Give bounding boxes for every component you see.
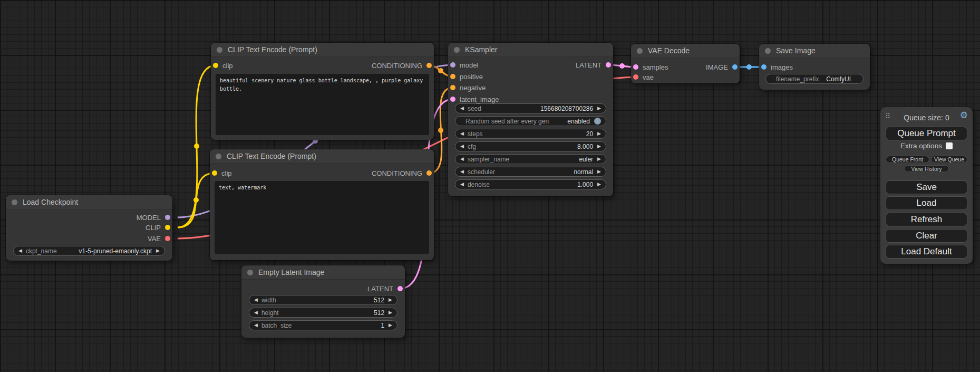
denoise-widget[interactable]: ◀ denoise 1.000 ▶ xyxy=(455,179,606,189)
decrement-arrow-icon[interactable]: ◀ xyxy=(460,169,464,174)
filename-prefix-widget[interactable]: filename_prefix ComfyUI xyxy=(765,74,863,84)
model-output-port-icon[interactable] xyxy=(165,215,170,220)
sampler-name-widget[interactable]: ◀ sampler_name euler ▶ xyxy=(455,154,606,164)
output-conditioning[interactable]: CONDITIONING xyxy=(372,169,432,177)
width-widget[interactable]: ◀ width 512 ▶ xyxy=(249,295,397,305)
increment-arrow-icon[interactable]: ▶ xyxy=(389,298,392,302)
node-title-bar[interactable]: Save Image xyxy=(759,44,870,58)
vae-input-port-icon[interactable] xyxy=(633,74,638,80)
input-negative[interactable]: negative xyxy=(450,84,486,91)
input-vae[interactable]: vae xyxy=(633,73,654,81)
clip-output-port-icon[interactable] xyxy=(165,225,170,230)
node-load-checkpoint[interactable]: Load Checkpoint MODEL CLIP VAE ◀ ckpt_na… xyxy=(6,195,172,261)
output-conditioning[interactable]: CONDITIONING xyxy=(372,62,432,69)
positive-input-port-icon[interactable] xyxy=(450,74,455,79)
input-positive[interactable]: positive xyxy=(450,73,483,80)
positive-prompt-textarea[interactable]: beautiful scenery nature glass bottle la… xyxy=(216,74,429,135)
conditioning-output-port-icon[interactable] xyxy=(426,170,432,176)
input-clip[interactable]: clip xyxy=(213,62,233,69)
node-title-bar[interactable]: CLIP Text Encode (Prompt) xyxy=(211,43,434,57)
decrement-arrow-icon[interactable]: ◀ xyxy=(254,310,258,315)
increment-arrow-icon[interactable]: ▶ xyxy=(597,182,601,187)
decrement-arrow-icon[interactable]: ◀ xyxy=(460,106,464,111)
node-title-bar[interactable]: VAE Decode xyxy=(631,44,740,58)
decrement-arrow-icon[interactable]: ◀ xyxy=(460,182,464,187)
increment-arrow-icon[interactable]: ▶ xyxy=(597,169,601,174)
node-empty-latent-image[interactable]: Empty Latent Image LATENT ◀ width 512 ▶ … xyxy=(241,265,405,338)
latent-output-port-icon[interactable] xyxy=(606,62,611,68)
increment-arrow-icon[interactable]: ▶ xyxy=(597,157,601,161)
load-button[interactable]: Load xyxy=(886,196,967,210)
increment-arrow-icon[interactable]: ▶ xyxy=(156,249,160,253)
clear-button[interactable]: Clear xyxy=(886,229,967,243)
input-model[interactable]: model xyxy=(450,61,478,69)
node-graph-canvas[interactable]: Load Checkpoint MODEL CLIP VAE ◀ ckpt_na… xyxy=(0,0,980,372)
decrement-arrow-icon[interactable]: ◀ xyxy=(254,323,258,328)
images-input-port-icon[interactable] xyxy=(761,64,766,70)
random-seed-toggle-widget[interactable]: Random seed after every gen enabled xyxy=(455,116,606,126)
increment-arrow-icon[interactable]: ▶ xyxy=(389,310,392,315)
seed-widget[interactable]: ◀ seed 156680208700286 ▶ xyxy=(455,103,606,113)
latent-output-port-icon[interactable] xyxy=(397,286,403,291)
view-history-button[interactable]: View History xyxy=(904,165,949,172)
save-button[interactable]: Save xyxy=(886,180,967,194)
output-latent[interactable]: LATENT xyxy=(367,285,403,292)
steps-widget[interactable]: ◀ steps 20 ▶ xyxy=(455,129,606,139)
clip-input-port-icon[interactable] xyxy=(212,170,217,176)
node-title-bar[interactable]: Load Checkpoint xyxy=(6,195,172,209)
increment-arrow-icon[interactable]: ▶ xyxy=(597,131,601,136)
input-latent-image[interactable]: latent_image xyxy=(450,96,499,103)
extra-options-checkbox[interactable] xyxy=(946,142,953,149)
widget-label: seed xyxy=(468,105,481,112)
node-title-bar[interactable]: KSampler xyxy=(448,43,613,57)
scheduler-widget[interactable]: ◀ scheduler normal ▶ xyxy=(455,167,606,177)
output-clip[interactable]: CLIP xyxy=(145,224,170,231)
samples-input-port-icon[interactable] xyxy=(633,64,638,70)
ckpt-name-widget[interactable]: ◀ ckpt_name v1-5-pruned-emaonly.ckpt ▶ xyxy=(13,246,165,256)
toggle-on-icon[interactable] xyxy=(594,118,601,125)
vae-output-port-icon[interactable] xyxy=(165,236,170,241)
input-clip[interactable]: clip xyxy=(212,169,232,177)
batch-size-widget[interactable]: ◀ batch_size 1 ▶ xyxy=(249,320,397,330)
node-title-bar[interactable]: Empty Latent Image xyxy=(241,265,405,280)
node-ksampler[interactable]: KSampler model positive negative latent_… xyxy=(448,43,613,196)
decrement-arrow-icon[interactable]: ◀ xyxy=(460,157,464,161)
settings-gear-icon[interactable]: ⚙ xyxy=(960,111,968,120)
port-label: clip xyxy=(222,62,233,70)
increment-arrow-icon[interactable]: ▶ xyxy=(597,144,601,149)
increment-arrow-icon[interactable]: ▶ xyxy=(597,106,601,111)
decrement-arrow-icon[interactable]: ◀ xyxy=(18,249,22,253)
view-queue-button[interactable]: View Queue xyxy=(931,156,967,163)
clip-input-port-icon[interactable] xyxy=(213,63,218,68)
latent-input-port-icon[interactable] xyxy=(450,97,455,102)
decrement-arrow-icon[interactable]: ◀ xyxy=(254,298,258,302)
negative-prompt-textarea[interactable]: text, watermark xyxy=(215,181,429,254)
conditioning-output-port-icon[interactable] xyxy=(426,63,432,68)
output-image[interactable]: IMAGE xyxy=(706,63,738,71)
node-title: KSampler xyxy=(465,45,497,54)
node-save-image[interactable]: Save Image images filename_prefix ComfyU… xyxy=(759,44,870,90)
output-vae[interactable]: VAE xyxy=(148,235,170,242)
output-model[interactable]: MODEL xyxy=(137,214,170,221)
node-clip-text-encode-positive[interactable]: CLIP Text Encode (Prompt) clip CONDITION… xyxy=(211,43,434,140)
increment-arrow-icon[interactable]: ▶ xyxy=(389,323,392,328)
height-widget[interactable]: ◀ height 512 ▶ xyxy=(249,308,397,318)
node-vae-decode[interactable]: VAE Decode samples vae IMAGE xyxy=(631,44,740,83)
output-latent[interactable]: LATENT xyxy=(576,61,611,69)
decrement-arrow-icon[interactable]: ◀ xyxy=(460,144,464,149)
refresh-button[interactable]: Refresh xyxy=(886,213,967,226)
node-title: CLIP Text Encode (Prompt) xyxy=(227,152,316,160)
node-status-dot-icon xyxy=(454,47,460,53)
negative-input-port-icon[interactable] xyxy=(450,85,455,90)
node-title-bar[interactable]: CLIP Text Encode (Prompt) xyxy=(210,149,434,164)
queue-front-button[interactable]: Queue Front xyxy=(886,156,929,163)
decrement-arrow-icon[interactable]: ◀ xyxy=(460,131,464,136)
input-samples[interactable]: samples xyxy=(633,63,668,71)
load-default-button[interactable]: Load Default xyxy=(886,245,967,259)
cfg-widget[interactable]: ◀ cfg 8.000 ▶ xyxy=(455,141,606,151)
model-input-port-icon[interactable] xyxy=(450,62,455,68)
input-images[interactable]: images xyxy=(761,63,793,71)
image-output-port-icon[interactable] xyxy=(732,64,738,70)
node-clip-text-encode-negative[interactable]: CLIP Text Encode (Prompt) clip CONDITION… xyxy=(210,149,434,260)
queue-prompt-button[interactable]: Queue Prompt xyxy=(886,127,967,140)
